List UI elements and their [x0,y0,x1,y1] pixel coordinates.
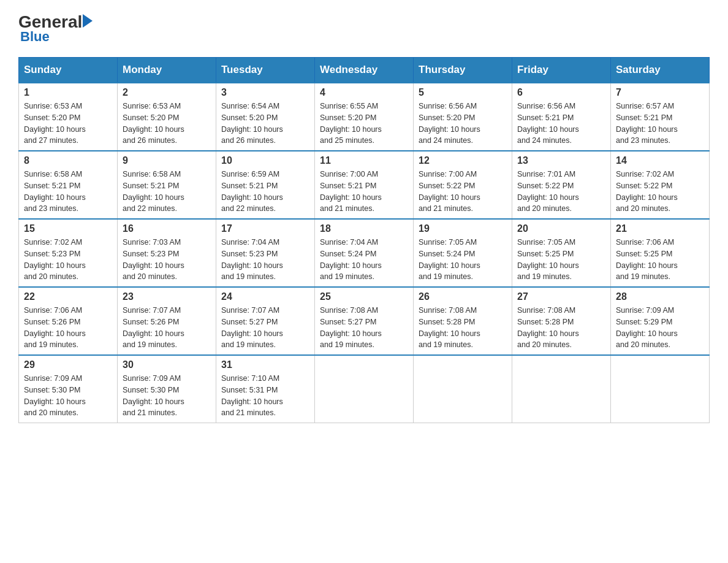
calendar-cell [315,355,414,423]
day-info: Sunrise: 7:00 AM Sunset: 5:22 PM Dayligh… [419,169,507,215]
day-info: Sunrise: 7:08 AM Sunset: 5:28 PM Dayligh… [419,305,507,351]
day-info: Sunrise: 6:53 AM Sunset: 5:20 PM Dayligh… [24,101,112,147]
day-number: 22 [24,291,112,302]
weekday-header-thursday: Thursday [414,58,512,83]
day-number: 29 [24,359,112,370]
calendar-cell: 7 Sunrise: 6:57 AM Sunset: 5:21 PM Dayli… [611,83,710,151]
day-info: Sunrise: 6:57 AM Sunset: 5:21 PM Dayligh… [616,101,704,147]
day-info: Sunrise: 7:10 AM Sunset: 5:31 PM Dayligh… [221,373,309,419]
day-number: 5 [419,87,507,98]
day-info: Sunrise: 6:59 AM Sunset: 5:21 PM Dayligh… [221,169,309,215]
calendar-cell: 26 Sunrise: 7:08 AM Sunset: 5:28 PM Dayl… [414,287,512,355]
day-info: Sunrise: 7:00 AM Sunset: 5:21 PM Dayligh… [320,169,408,215]
day-info: Sunrise: 7:04 AM Sunset: 5:23 PM Dayligh… [221,237,309,283]
calendar-cell: 13 Sunrise: 7:01 AM Sunset: 5:22 PM Dayl… [512,151,611,219]
day-number: 23 [123,291,211,302]
week-row-1: 1 Sunrise: 6:53 AM Sunset: 5:20 PM Dayli… [19,83,710,151]
day-number: 16 [123,223,211,234]
calendar-cell: 23 Sunrise: 7:07 AM Sunset: 5:26 PM Dayl… [118,287,216,355]
calendar-cell: 18 Sunrise: 7:04 AM Sunset: 5:24 PM Dayl… [315,219,414,287]
day-number: 25 [320,291,408,302]
page-header: General Blue [18,12,710,45]
day-number: 31 [221,359,309,370]
day-number: 13 [517,155,605,166]
calendar-cell: 21 Sunrise: 7:06 AM Sunset: 5:25 PM Dayl… [611,219,710,287]
day-info: Sunrise: 7:06 AM Sunset: 5:26 PM Dayligh… [24,305,112,351]
week-row-5: 29 Sunrise: 7:09 AM Sunset: 5:30 PM Dayl… [19,355,710,423]
day-info: Sunrise: 7:04 AM Sunset: 5:24 PM Dayligh… [320,237,408,283]
calendar-cell: 25 Sunrise: 7:08 AM Sunset: 5:27 PM Dayl… [315,287,414,355]
day-info: Sunrise: 7:05 AM Sunset: 5:25 PM Dayligh… [517,237,605,283]
calendar-cell: 5 Sunrise: 6:56 AM Sunset: 5:20 PM Dayli… [414,83,512,151]
day-number: 21 [616,223,704,234]
day-number: 20 [517,223,605,234]
calendar-cell: 9 Sunrise: 6:58 AM Sunset: 5:21 PM Dayli… [118,151,216,219]
calendar-cell: 11 Sunrise: 7:00 AM Sunset: 5:21 PM Dayl… [315,151,414,219]
day-number: 28 [616,291,704,302]
day-info: Sunrise: 6:58 AM Sunset: 5:21 PM Dayligh… [123,169,211,215]
day-info: Sunrise: 7:09 AM Sunset: 5:30 PM Dayligh… [123,373,211,419]
day-info: Sunrise: 7:08 AM Sunset: 5:27 PM Dayligh… [320,305,408,351]
day-info: Sunrise: 7:07 AM Sunset: 5:27 PM Dayligh… [221,305,309,351]
calendar-cell: 31 Sunrise: 7:10 AM Sunset: 5:31 PM Dayl… [216,355,315,423]
day-info: Sunrise: 7:03 AM Sunset: 5:23 PM Dayligh… [123,237,211,283]
logo-arrow-icon [83,14,93,28]
day-number: 3 [221,87,309,98]
day-info: Sunrise: 7:06 AM Sunset: 5:25 PM Dayligh… [616,237,704,283]
day-number: 12 [419,155,507,166]
day-info: Sunrise: 7:01 AM Sunset: 5:22 PM Dayligh… [517,169,605,215]
day-info: Sunrise: 7:09 AM Sunset: 5:29 PM Dayligh… [616,305,704,351]
day-number: 11 [320,155,408,166]
calendar-cell [512,355,611,423]
day-number: 15 [24,223,112,234]
calendar-cell: 29 Sunrise: 7:09 AM Sunset: 5:30 PM Dayl… [19,355,118,423]
calendar-cell: 30 Sunrise: 7:09 AM Sunset: 5:30 PM Dayl… [118,355,216,423]
calendar-cell [414,355,512,423]
day-info: Sunrise: 6:53 AM Sunset: 5:20 PM Dayligh… [123,101,211,147]
weekday-header-row: SundayMondayTuesdayWednesdayThursdayFrid… [19,58,710,83]
day-info: Sunrise: 6:56 AM Sunset: 5:21 PM Dayligh… [517,101,605,147]
calendar-cell: 15 Sunrise: 7:02 AM Sunset: 5:23 PM Dayl… [19,219,118,287]
day-number: 8 [24,155,112,166]
day-info: Sunrise: 7:09 AM Sunset: 5:30 PM Dayligh… [24,373,112,419]
weekday-header-friday: Friday [512,58,611,83]
day-number: 4 [320,87,408,98]
day-number: 26 [419,291,507,302]
calendar-cell: 19 Sunrise: 7:05 AM Sunset: 5:24 PM Dayl… [414,219,512,287]
day-info: Sunrise: 7:05 AM Sunset: 5:24 PM Dayligh… [419,237,507,283]
calendar-cell: 10 Sunrise: 6:59 AM Sunset: 5:21 PM Dayl… [216,151,315,219]
day-number: 19 [419,223,507,234]
calendar-cell: 22 Sunrise: 7:06 AM Sunset: 5:26 PM Dayl… [19,287,118,355]
weekday-header-saturday: Saturday [611,58,710,83]
day-info: Sunrise: 6:54 AM Sunset: 5:20 PM Dayligh… [221,101,309,147]
calendar-cell: 28 Sunrise: 7:09 AM Sunset: 5:29 PM Dayl… [611,287,710,355]
calendar-cell: 1 Sunrise: 6:53 AM Sunset: 5:20 PM Dayli… [19,83,118,151]
calendar-cell: 16 Sunrise: 7:03 AM Sunset: 5:23 PM Dayl… [118,219,216,287]
calendar-cell: 8 Sunrise: 6:58 AM Sunset: 5:21 PM Dayli… [19,151,118,219]
day-number: 14 [616,155,704,166]
week-row-2: 8 Sunrise: 6:58 AM Sunset: 5:21 PM Dayli… [19,151,710,219]
calendar-cell: 17 Sunrise: 7:04 AM Sunset: 5:23 PM Dayl… [216,219,315,287]
day-number: 24 [221,291,309,302]
weekday-header-sunday: Sunday [19,58,118,83]
weekday-header-tuesday: Tuesday [216,58,315,83]
weekday-header-monday: Monday [118,58,216,83]
calendar-table: SundayMondayTuesdayWednesdayThursdayFrid… [18,57,710,423]
calendar-cell: 12 Sunrise: 7:00 AM Sunset: 5:22 PM Dayl… [414,151,512,219]
logo: General Blue [18,12,93,45]
day-info: Sunrise: 7:08 AM Sunset: 5:28 PM Dayligh… [517,305,605,351]
calendar-cell: 2 Sunrise: 6:53 AM Sunset: 5:20 PM Dayli… [118,83,216,151]
calendar-cell: 3 Sunrise: 6:54 AM Sunset: 5:20 PM Dayli… [216,83,315,151]
day-number: 18 [320,223,408,234]
calendar-cell: 20 Sunrise: 7:05 AM Sunset: 5:25 PM Dayl… [512,219,611,287]
day-number: 10 [221,155,309,166]
day-info: Sunrise: 6:56 AM Sunset: 5:20 PM Dayligh… [419,101,507,147]
day-number: 7 [616,87,704,98]
day-number: 1 [24,87,112,98]
calendar-cell: 24 Sunrise: 7:07 AM Sunset: 5:27 PM Dayl… [216,287,315,355]
day-info: Sunrise: 7:02 AM Sunset: 5:23 PM Dayligh… [24,237,112,283]
day-number: 30 [123,359,211,370]
calendar-cell [611,355,710,423]
day-info: Sunrise: 7:02 AM Sunset: 5:22 PM Dayligh… [616,169,704,215]
calendar-cell: 6 Sunrise: 6:56 AM Sunset: 5:21 PM Dayli… [512,83,611,151]
